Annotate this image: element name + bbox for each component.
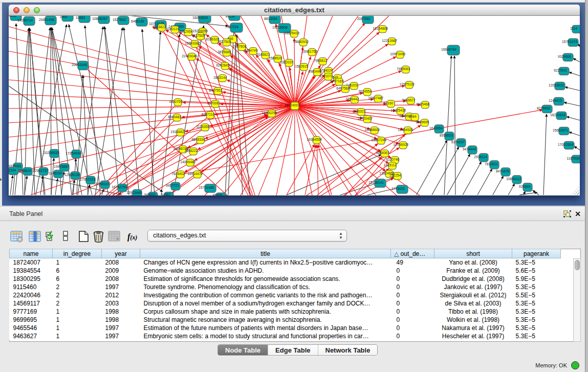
svg-text:12942737: 12942737 — [33, 169, 48, 172]
svg-text:18300295: 18300295 — [262, 111, 277, 115]
svg-text:16648784: 16648784 — [441, 48, 456, 51]
svg-text:1156819: 1156819 — [18, 169, 31, 172]
svg-text:9242845: 9242845 — [216, 63, 229, 67]
svg-text:3322037: 3322037 — [280, 60, 293, 64]
svg-text:17957223: 17957223 — [80, 178, 95, 181]
svg-text:16914479: 16914479 — [187, 172, 203, 176]
svg-text:9915468: 9915468 — [416, 102, 429, 106]
svg-text:8878334: 8878334 — [191, 138, 205, 141]
svg-text:16154808: 16154808 — [373, 27, 388, 30]
svg-text:16782759: 16782759 — [112, 185, 127, 189]
svg-text:19384554: 19384554 — [307, 138, 322, 141]
svg-text:7832621: 7832621 — [485, 162, 498, 166]
svg-text:391394: 391394 — [9, 168, 16, 172]
svg-text:8267110: 8267110 — [201, 113, 214, 116]
svg-text:7955812: 7955812 — [314, 59, 327, 62]
svg-text:12975115: 12975115 — [400, 82, 415, 86]
svg-text:6379197: 6379197 — [451, 140, 465, 144]
svg-text:1114: 1114 — [570, 27, 577, 30]
svg-text:13325419: 13325419 — [284, 31, 299, 35]
svg-text:1244415: 1244415 — [549, 99, 562, 102]
svg-text:12213967: 12213967 — [382, 39, 397, 42]
svg-text:9227541: 9227541 — [554, 69, 567, 72]
svg-text:15716485: 15716485 — [199, 186, 214, 189]
svg-text:9474444: 9474444 — [463, 147, 476, 151]
svg-text:6120746: 6120746 — [386, 158, 399, 161]
svg-text:9463627: 9463627 — [402, 98, 415, 102]
svg-text:20691406: 20691406 — [39, 18, 54, 21]
svg-text:2087682: 2087682 — [357, 17, 371, 20]
svg-text:1621072: 1621072 — [319, 74, 333, 78]
svg-text:84562: 84562 — [161, 193, 171, 195]
svg-text:1588520: 1588520 — [269, 56, 282, 60]
svg-text:945832: 945832 — [144, 193, 156, 195]
svg-text:9777169: 9777169 — [330, 79, 343, 83]
svg-text:1167534: 1167534 — [567, 157, 580, 160]
svg-text:22420046: 22420046 — [182, 54, 197, 58]
svg-text:17359934: 17359934 — [66, 151, 81, 155]
svg-text:252254: 252254 — [389, 173, 401, 177]
svg-text:14099489: 14099489 — [180, 160, 195, 164]
svg-text:8958923: 8958923 — [440, 134, 453, 137]
svg-text:16543382: 16543382 — [185, 41, 200, 45]
svg-text:20206533: 20206533 — [43, 151, 59, 155]
svg-text:20653346: 20653346 — [72, 63, 87, 67]
svg-text:19166827: 19166827 — [170, 130, 186, 134]
svg-text:12923446: 12923446 — [126, 191, 142, 194]
svg-text:9146821: 9146821 — [256, 53, 270, 56]
svg-text:1527602: 1527602 — [113, 18, 126, 21]
svg-text:9329906: 9329906 — [558, 55, 571, 58]
svg-text:88130: 88130 — [226, 16, 235, 18]
svg-text:15720407: 15720407 — [357, 117, 373, 120]
svg-text:10756928: 10756928 — [393, 143, 408, 146]
svg-text:8427552: 8427552 — [209, 89, 222, 92]
svg-text:1886322: 1886322 — [352, 110, 365, 113]
svg-text:7357224: 7357224 — [225, 25, 238, 29]
svg-text:6794024: 6794024 — [319, 69, 333, 72]
svg-text:10025433: 10025433 — [390, 108, 406, 112]
svg-text:10688609: 10688609 — [364, 128, 380, 132]
svg-text:8471676: 8471676 — [496, 169, 509, 173]
svg-text:18640910: 18640910 — [293, 40, 309, 43]
svg-text:14055714: 14055714 — [17, 18, 33, 22]
svg-text:8454749: 8454749 — [244, 49, 257, 52]
svg-text:6497568: 6497568 — [336, 86, 350, 90]
svg-text:2356442: 2356442 — [345, 97, 359, 101]
svg-text:7485063: 7485063 — [397, 67, 410, 71]
svg-text:62160: 62160 — [384, 101, 394, 105]
svg-text:3624554: 3624554 — [358, 90, 372, 93]
svg-text:10973493: 10973493 — [390, 52, 405, 56]
svg-text:15692971: 15692971 — [553, 128, 568, 132]
svg-text:8160124: 8160124 — [166, 27, 179, 31]
svg-text:16210643: 16210643 — [550, 113, 565, 117]
svg-text:6549483: 6549483 — [168, 115, 181, 119]
svg-text:8215958: 8215958 — [537, 106, 550, 110]
svg-text:16053809: 16053809 — [192, 16, 208, 19]
svg-text:1135355: 1135355 — [196, 125, 209, 128]
svg-text:15136141: 15136141 — [368, 181, 384, 184]
svg-text:10653: 10653 — [76, 16, 85, 19]
svg-text:95326: 95326 — [213, 193, 223, 195]
svg-text:19975887: 19975887 — [54, 165, 69, 168]
svg-text:1562615: 1562615 — [295, 64, 308, 68]
svg-text:817006: 817006 — [207, 101, 219, 105]
svg-text:7625402: 7625402 — [171, 172, 185, 176]
svg-text:8813054: 8813054 — [264, 17, 277, 20]
svg-text:14055: 14055 — [9, 16, 17, 17]
svg-text:1615112: 1615112 — [383, 163, 397, 167]
svg-text:16961755: 16961755 — [302, 50, 317, 53]
svg-text:7163822: 7163822 — [153, 25, 166, 29]
svg-text:12033822: 12033822 — [549, 83, 564, 87]
svg-text:9527505: 9527505 — [217, 40, 231, 43]
svg-text:3875685: 3875685 — [217, 50, 231, 54]
svg-text:18724007: 18724007 — [285, 103, 300, 107]
svg-text:9457721: 9457721 — [166, 184, 179, 187]
svg-text:8484: 8484 — [409, 115, 417, 118]
svg-text:19218506: 19218506 — [272, 26, 288, 29]
svg-text:9699695: 9699695 — [416, 120, 429, 124]
svg-text:1610755: 1610755 — [169, 100, 182, 103]
svg-text:2935114: 2935114 — [474, 155, 487, 159]
svg-text:6466160: 6466160 — [131, 19, 144, 23]
svg-text:10655267: 10655267 — [92, 17, 107, 20]
svg-text:3684067: 3684067 — [376, 151, 389, 155]
